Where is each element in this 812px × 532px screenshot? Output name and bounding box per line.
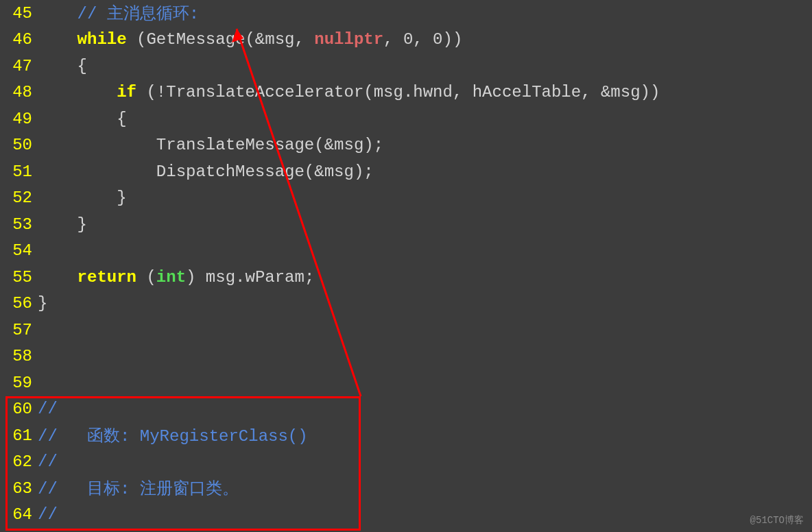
code-line[interactable]: 58 [0, 343, 812, 370]
line-number: 60 [0, 400, 38, 418]
code-content: // 主消息循环: [38, 2, 199, 24]
line-number: 61 [0, 426, 38, 445]
code-line[interactable]: 61// 函数: MyRegisterClass() [0, 422, 812, 449]
code-content: TranslateMessage(&msg); [38, 136, 383, 154]
code-line[interactable]: 56} [0, 291, 812, 317]
line-number: 64 [0, 505, 38, 524]
line-number: 47 [0, 57, 38, 75]
code-content: } [38, 189, 127, 207]
code-line[interactable]: 48 if (!TranslateAccelerator(msg.hwnd, h… [0, 80, 812, 106]
line-number: 50 [0, 136, 38, 154]
code-content: if (!TranslateAccelerator(msg.hwnd, hAcc… [38, 83, 660, 101]
code-line[interactable]: 45 // 主消息循环: [0, 0, 812, 27]
line-number: 53 [0, 215, 38, 234]
line-number: 59 [0, 374, 38, 392]
code-content: } [38, 294, 47, 313]
code-content: // [38, 400, 58, 418]
code-content: { [38, 110, 127, 128]
code-content: // 函数: MyRegisterClass() [38, 424, 308, 446]
line-number: 52 [0, 189, 38, 207]
code-content: } [38, 215, 87, 234]
code-line[interactable]: 51 DispatchMessage(&msg); [0, 158, 812, 185]
code-line[interactable]: 53 } [0, 211, 812, 238]
line-number: 55 [0, 268, 38, 287]
code-content: return (int) msg.wParam; [38, 268, 314, 287]
code-content: { [38, 57, 87, 75]
line-number: 57 [0, 321, 38, 339]
code-line[interactable]: 63// 目标: 注册窗口类。 [0, 475, 812, 502]
code-line[interactable]: 50 TranslateMessage(&msg); [0, 132, 812, 159]
code-line[interactable]: 46 while (GetMessage(&msg, nullptr, 0, 0… [0, 27, 812, 53]
line-number: 46 [0, 30, 38, 49]
line-number: 63 [0, 479, 38, 498]
line-number: 56 [0, 294, 38, 313]
watermark-text: @51CTO博客 [750, 514, 804, 527]
line-number: 45 [0, 4, 38, 23]
line-number: 62 [0, 452, 38, 471]
line-number: 54 [0, 241, 38, 260]
code-line[interactable]: 62// [0, 449, 812, 476]
code-line[interactable]: 64// [0, 502, 812, 529]
code-editor[interactable]: 45 // 主消息循环:46 while (GetMessage(&msg, n… [0, 0, 812, 528]
code-line[interactable]: 49 { [0, 106, 812, 132]
code-content: // [38, 505, 58, 524]
code-line[interactable]: 57 [0, 317, 812, 343]
code-content: while (GetMessage(&msg, nullptr, 0, 0)) [38, 30, 462, 49]
code-content: DispatchMessage(&msg); [38, 162, 374, 181]
code-content: // [38, 452, 58, 471]
line-number: 58 [0, 347, 38, 365]
line-number: 51 [0, 162, 38, 181]
code-content: // 目标: 注册窗口类。 [38, 477, 239, 499]
code-line[interactable]: 47 { [0, 53, 812, 80]
code-line[interactable]: 52 } [0, 185, 812, 212]
code-line[interactable]: 54 [0, 238, 812, 265]
code-line[interactable]: 55 return (int) msg.wParam; [0, 264, 812, 291]
line-number: 49 [0, 110, 38, 128]
code-line[interactable]: 60// [0, 396, 812, 423]
line-number: 48 [0, 83, 38, 101]
code-line[interactable]: 59 [0, 370, 812, 396]
